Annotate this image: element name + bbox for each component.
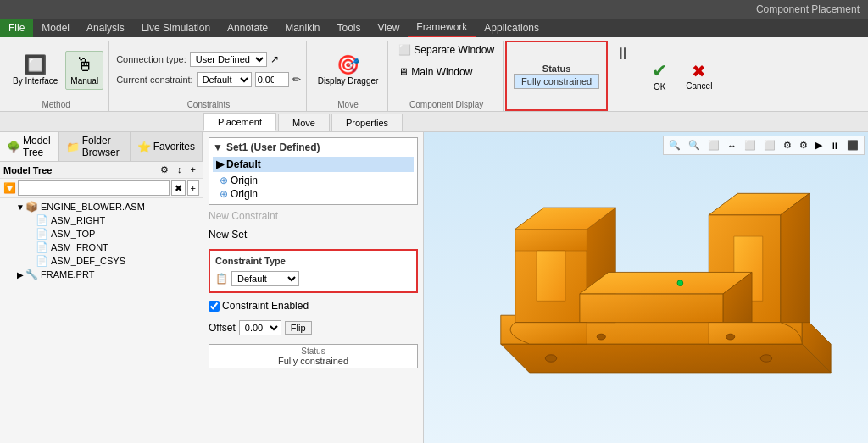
tree-item-engine-blower[interactable]: ▼ 📦 ENGINE_BLOWER.ASM (2, 200, 201, 213)
frame-3d-model (458, 158, 860, 408)
vp-btn-2[interactable]: 🔍 (685, 138, 704, 152)
model-tree-tab-icon: 🌳 (7, 141, 20, 153)
ok-button[interactable]: ✔ OK (645, 57, 674, 95)
by-interface-button[interactable]: 🔲 By Interface (8, 52, 62, 89)
asm-right-icon: 📄 (36, 214, 48, 226)
vp-btn-10[interactable]: ⏸ (826, 138, 843, 152)
constraints-group-label: Constraints (116, 98, 300, 109)
separate-window-icon: ⬜ (398, 44, 411, 56)
menu-manikin[interactable]: Manikin (276, 19, 328, 37)
set-expand-icon[interactable]: ▼ (213, 141, 223, 153)
origin-item-2[interactable]: ⊕ Origin (213, 187, 414, 201)
cancel-button[interactable]: ✖ Cancel (679, 58, 719, 94)
search-add-button[interactable]: + (187, 180, 199, 196)
menu-annotate[interactable]: Annotate (219, 19, 276, 37)
tree-item-asm-front[interactable]: 📄 ASM_FRONT (2, 241, 201, 254)
status-group-label: Status (542, 64, 571, 74)
favorites-tab-label: Favorites (153, 141, 195, 152)
title-bar-text: Component Placement (756, 3, 860, 15)
cancel-label: Cancel (686, 81, 712, 91)
interface-icon: 🔲 (24, 54, 47, 76)
display-dragger-button[interactable]: 🎯 Display Dragger (314, 52, 383, 89)
vp-btn-8[interactable]: ⚙ (796, 138, 811, 152)
constraint-type-panel: Constraint Type 📋 Default (209, 249, 418, 293)
tab-placement[interactable]: Placement (203, 113, 276, 131)
tab-move[interactable]: Move (278, 114, 330, 131)
offset-select[interactable]: 0.00 (239, 320, 281, 335)
constraint-enabled-row[interactable]: Constraint Enabled (209, 300, 418, 312)
offset-section: Offset 0.00 Flip (209, 320, 418, 335)
vp-btn-1[interactable]: 🔍 (665, 138, 684, 152)
connection-type-select[interactable]: User Defined (190, 52, 267, 67)
menu-applications[interactable]: Applications (476, 19, 548, 37)
expand-frame[interactable]: ▶ (15, 270, 25, 280)
vp-btn-9[interactable]: ▶ (812, 138, 826, 152)
constraint-edit-icon[interactable]: ✏ (292, 74, 301, 86)
filter-icon: 🔽 (3, 182, 16, 194)
current-constraint-select[interactable]: Default (197, 72, 252, 87)
manual-button[interactable]: 🖱 Manual (65, 51, 103, 90)
sidebar-tab-favorites[interactable]: ⭐ Favorites (131, 132, 203, 161)
offset-label: Offset (209, 322, 236, 334)
main-window-label: Main Window (411, 66, 472, 78)
svg-marker-11 (537, 251, 565, 301)
ribbon-status-group: Status Fully constrained (505, 41, 608, 111)
search-input[interactable] (18, 180, 170, 196)
origin-item-1[interactable]: ⊕ Origin (213, 174, 414, 187)
main-window-icon: 🖥 (398, 66, 409, 78)
constraint-enabled-checkbox[interactable] (209, 301, 220, 312)
new-constraint-btn[interactable]: New Constraint (209, 208, 418, 224)
asm-top-label: ASM_TOP (51, 229, 95, 239)
menu-view[interactable]: View (370, 19, 409, 37)
viewport[interactable]: 🔍 🔍 ⬜ ↔ ⬜ ⬜ ⚙ ⚙ ▶ ⏸ ⬛ (424, 132, 868, 443)
pause-icon: ⏸ (615, 44, 632, 64)
sidebar-tab-model-tree[interactable]: 🌳 Model Tree (0, 132, 59, 161)
toolbar-btn-2[interactable]: ↕ (174, 163, 186, 176)
frame-icon: 🔧 (25, 269, 38, 280)
new-set-btn[interactable]: New Set (209, 227, 418, 242)
menu-file[interactable]: File (0, 19, 33, 37)
vp-btn-11[interactable]: ⬛ (843, 138, 862, 152)
status-value: Fully constrained (514, 74, 599, 89)
menu-model[interactable]: Model (33, 19, 78, 37)
frame-label: FRAME.PRT (41, 269, 94, 280)
tree-item-asm-top[interactable]: 📄 ASM_TOP (2, 227, 201, 241)
folder-browser-tab-label: Folder Browser (82, 135, 123, 158)
method-buttons: 🔲 By Interface 🖱 Manual (8, 42, 103, 98)
cancel-icon: ✖ (692, 61, 706, 81)
toolbar-btn-3[interactable]: + (187, 163, 199, 176)
vp-btn-4[interactable]: ↔ (724, 138, 740, 152)
sidebar-tab-folder-browser[interactable]: 📁 Folder Browser (59, 132, 131, 161)
search-bar: 🔽 ✖ + (0, 179, 203, 198)
new-constraint-label: New Constraint (209, 210, 278, 222)
menu-live-simulation[interactable]: Live Simulation (133, 19, 219, 37)
ribbon: 🔲 By Interface 🖱 Manual Method Connectio… (0, 37, 868, 112)
toolbar-btn-1[interactable]: ⚙ (157, 163, 172, 176)
flip-button[interactable]: Flip (285, 321, 312, 335)
menu-tools[interactable]: Tools (329, 19, 370, 37)
constraint-item-label: Default (226, 158, 261, 170)
constraint-type-select[interactable]: Default (231, 271, 299, 286)
separate-window-button[interactable]: ⬜ Separate Window (395, 42, 498, 58)
pause-button[interactable]: ⏸ (609, 41, 637, 111)
toolbar-icons: ⚙ ↕ + (157, 163, 199, 176)
menu-bar: File Model Analysis Live Simulation Anno… (0, 19, 868, 37)
menu-analysis[interactable]: Analysis (78, 19, 133, 37)
vp-btn-3[interactable]: ⬜ (704, 138, 723, 152)
current-constraint-row: Current constraint: Default ✏ (116, 72, 300, 87)
menu-framework[interactable]: Framework (408, 19, 476, 37)
by-interface-label: By Interface (13, 76, 58, 86)
main-content: 🌳 Model Tree 📁 Folder Browser ⭐ Favorite… (0, 132, 868, 443)
vp-btn-6[interactable]: ⬜ (760, 138, 779, 152)
vp-btn-5[interactable]: ⬜ (741, 138, 760, 152)
tree-item-asm-right[interactable]: 📄 ASM_RIGHT (2, 213, 201, 227)
tree-item-frame-prt[interactable]: ▶ 🔧 FRAME.PRT (2, 268, 201, 281)
tab-properties[interactable]: Properties (331, 114, 403, 131)
search-clear-button[interactable]: ✖ (171, 180, 186, 196)
expand-engine[interactable]: ▼ (15, 202, 25, 212)
default-constraint-item[interactable]: ▶ Default (213, 157, 414, 172)
constraint-num-input[interactable] (255, 72, 289, 87)
main-window-button[interactable]: 🖥 Main Window (395, 64, 476, 80)
tree-item-asm-def-csys[interactable]: 📄 ASM_DEF_CSYS (2, 254, 201, 268)
vp-btn-7[interactable]: ⚙ (780, 138, 795, 152)
